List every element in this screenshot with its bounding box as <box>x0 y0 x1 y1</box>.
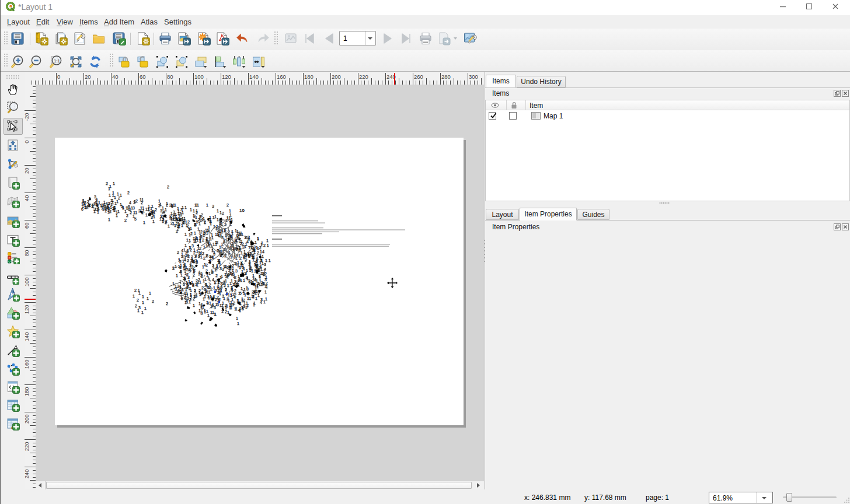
svg-text:1: 1 <box>142 295 144 299</box>
svg-text:2: 2 <box>166 302 168 306</box>
svg-text:2: 2 <box>189 298 191 302</box>
svg-text:1: 1 <box>165 208 167 212</box>
svg-text:5: 5 <box>242 307 244 311</box>
svg-text:1: 1 <box>215 242 217 246</box>
svg-text:3: 3 <box>264 262 266 267</box>
svg-text:1: 1 <box>207 276 210 280</box>
svg-text:6: 6 <box>187 254 189 258</box>
svg-text:2: 2 <box>167 185 169 189</box>
svg-text:1: 1 <box>182 259 184 263</box>
svg-text:1: 1 <box>198 290 201 295</box>
svg-text:180: 180 <box>25 387 30 396</box>
svg-text:100: 100 <box>25 277 30 286</box>
svg-text:2: 2 <box>190 248 192 252</box>
svg-text:1: 1 <box>127 206 129 210</box>
svg-text:1: 1 <box>198 272 200 276</box>
svg-text:140: 140 <box>25 332 30 341</box>
svg-text:2: 2 <box>135 304 137 308</box>
svg-text:180: 180 <box>304 74 313 80</box>
svg-text:3: 3 <box>180 208 183 212</box>
svg-text:1: 1 <box>152 219 155 223</box>
svg-text:2 1: 2 1 <box>263 243 269 247</box>
svg-text:40: 40 <box>25 195 30 201</box>
svg-text:1: 1 <box>107 205 109 209</box>
svg-text:1: 1 <box>116 210 118 214</box>
svg-text:260: 260 <box>414 74 423 80</box>
svg-text:1: 1 <box>238 277 241 281</box>
svg-text:1: 1 <box>93 209 96 214</box>
svg-text:1: 1 <box>183 248 186 252</box>
svg-text:1 1: 1 1 <box>265 258 271 262</box>
svg-text:1: 1 <box>199 233 201 237</box>
svg-text:1: 1 <box>202 265 204 269</box>
svg-text:1: 1 <box>183 220 185 225</box>
svg-text:1: 1 <box>183 263 185 267</box>
svg-text:160: 160 <box>25 359 30 369</box>
svg-text:1: 1 <box>255 278 257 282</box>
svg-text:1: 1 <box>184 243 187 247</box>
svg-text:1: 1 <box>233 274 235 278</box>
svg-text:1: 1 <box>217 209 219 213</box>
svg-text:2: 2 <box>181 296 183 300</box>
svg-text:1: 1 <box>239 309 241 313</box>
svg-text:1: 1 <box>242 265 244 270</box>
svg-text:1: 1 <box>117 192 119 196</box>
svg-text:2: 2 <box>205 263 208 267</box>
svg-text:1: 1 <box>116 214 118 218</box>
svg-text:1: 1 <box>253 301 256 305</box>
svg-text:1: 1 <box>223 296 225 300</box>
svg-text:1: 1 <box>207 228 209 232</box>
svg-text:1: 1 <box>265 297 267 301</box>
svg-text:1: 1 <box>114 201 117 205</box>
svg-text:1: 1 <box>216 264 218 268</box>
svg-text:1: 1 <box>252 276 255 280</box>
svg-text:2: 2 <box>186 272 189 276</box>
svg-text:1: 1 <box>141 310 144 314</box>
svg-text:1: 1 <box>168 224 170 228</box>
svg-text:1: 1 <box>255 240 257 244</box>
svg-text:1: 1 <box>186 249 189 253</box>
svg-text:2: 2 <box>222 211 224 215</box>
svg-text:220: 220 <box>25 442 30 451</box>
svg-text:2: 2 <box>242 245 245 249</box>
svg-text:3: 3 <box>209 254 211 258</box>
svg-text:1: 1 <box>190 288 192 292</box>
svg-text:1: 1 <box>184 232 187 236</box>
svg-text:1: 1 <box>219 292 221 296</box>
svg-text:1: 1 <box>143 220 145 225</box>
svg-text:2: 2 <box>165 220 167 225</box>
svg-text:3: 3 <box>94 195 96 199</box>
svg-text:1: 1 <box>145 213 148 217</box>
svg-text:4: 4 <box>246 240 249 244</box>
svg-text:2: 2 <box>196 211 198 215</box>
svg-text:3: 3 <box>235 269 238 273</box>
svg-text:1: 1 <box>256 260 258 264</box>
svg-text:3: 3 <box>246 287 249 291</box>
svg-text:3: 3 <box>232 303 234 307</box>
svg-text:2: 2 <box>218 298 221 302</box>
svg-text:3: 3 <box>192 260 194 264</box>
svg-text:1: 1 <box>178 214 180 218</box>
svg-text:1: 1 <box>193 303 195 307</box>
svg-text:200: 200 <box>25 414 30 424</box>
svg-text:1: 1 <box>214 281 216 285</box>
svg-text:1: 1 <box>81 202 83 206</box>
svg-text:1: 1 <box>204 220 206 225</box>
svg-text:2: 2 <box>234 293 236 297</box>
svg-text:1: 1 <box>222 301 224 305</box>
svg-text:20: 20 <box>85 74 91 80</box>
svg-text:1: 1 <box>252 295 255 299</box>
svg-text:1: 1 <box>178 225 180 229</box>
svg-text:1: 1 <box>144 306 147 310</box>
svg-text:2: 2 <box>127 191 130 195</box>
svg-text:1: 1 <box>133 294 135 298</box>
svg-text:1: 1 <box>113 181 115 186</box>
svg-text:1: 1 <box>229 209 231 213</box>
svg-text:1: 1 <box>121 204 123 208</box>
svg-text:2: 2 <box>199 216 201 220</box>
svg-text:160: 160 <box>277 74 286 80</box>
svg-text:1: 1 <box>211 269 213 273</box>
svg-text:1: 1 <box>110 205 112 209</box>
svg-text:1: 1 <box>197 203 199 207</box>
svg-text:2: 2 <box>124 218 127 222</box>
